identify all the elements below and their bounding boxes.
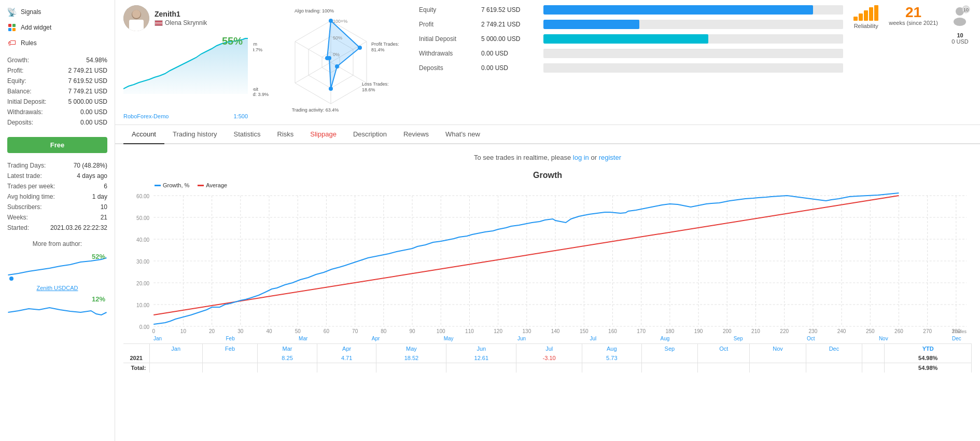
- svg-text:40: 40: [266, 328, 272, 334]
- rel-bar-3: [864, 10, 868, 21]
- tab-description[interactable]: Description: [345, 125, 395, 144]
- stat-value-balance: 7 749.21 USD: [68, 88, 107, 95]
- header-mar: Mar: [258, 344, 317, 354]
- realtime-text: To see trades in realtime, please: [474, 154, 573, 161]
- sidebar-item-add-widget[interactable]: Add widget: [0, 20, 115, 35]
- svg-text:170: 170: [637, 328, 646, 334]
- svg-text:140: 140: [551, 328, 560, 334]
- stat-bar-value-deposits: 0.00 USD: [481, 64, 543, 72]
- header-feb: Feb: [202, 344, 257, 354]
- profile-info: Zenith1 Olena Skrynnik: [155, 10, 207, 26]
- stat-value-started: 2021.03.26 22:22:32: [50, 224, 107, 231]
- tab-trading-history[interactable]: Trading history: [164, 125, 226, 144]
- stat-bar-withdrawals: Withdrawals 0.00 USD: [419, 49, 843, 58]
- svg-point-12: [329, 19, 333, 23]
- stat-label-initial: Initial Deposit:: [7, 98, 46, 105]
- date-apr: Apr: [372, 336, 380, 341]
- stat-bar-deposits: Deposits 0.00 USD: [419, 63, 843, 73]
- tab-whats-new[interactable]: What's new: [437, 125, 488, 144]
- stat-bar-label-profit: Profit: [419, 21, 481, 28]
- svg-point-17: [325, 56, 329, 60]
- month-2021-aug: 5.73: [582, 353, 642, 363]
- radar-label-algo: Algo trading: 100%: [295, 8, 334, 13]
- radar-label-loss: Loss Trades:: [362, 81, 389, 87]
- total-label: Total:: [123, 363, 149, 373]
- svg-text:240: 240: [837, 328, 846, 334]
- profile-username: Olena Skrynnik: [165, 19, 207, 26]
- svg-text:load: 3.9%: load: 3.9%: [253, 92, 269, 97]
- realtime-or: or: [591, 154, 598, 161]
- trades-label: Trades: [952, 329, 967, 334]
- svg-text:60.00: 60.00: [136, 194, 150, 199]
- stat-label-trades-per-week: Trades per week:: [7, 183, 55, 190]
- tab-risks[interactable]: Risks: [269, 125, 302, 144]
- tab-reviews[interactable]: Reviews: [395, 125, 437, 144]
- header-year: [123, 344, 149, 354]
- sidebar-item-signals[interactable]: 📡 Signals: [0, 4, 115, 20]
- stat-label-equity: Equity:: [7, 77, 26, 85]
- svg-text:160: 160: [608, 328, 617, 334]
- stat-row-profit: Profit: 2 749.21 USD: [7, 65, 107, 76]
- year-2021: 2021: [123, 353, 149, 363]
- register-link[interactable]: register: [599, 154, 621, 161]
- month-2021-nov: [750, 353, 806, 363]
- header-jan: Jan: [149, 344, 202, 354]
- monthly-header-row: Jan Feb Mar Apr May Jun Jul Aug Sep Oct …: [123, 344, 972, 354]
- sidebar-item-rules[interactable]: 🏷 Rules: [0, 35, 115, 51]
- date-may: May: [444, 336, 454, 341]
- mini-performance-chart: 55%: [123, 34, 248, 111]
- login-link[interactable]: log in: [573, 154, 589, 161]
- header-jul: Jul: [516, 344, 582, 354]
- stat-bar-track-profit: [543, 20, 843, 29]
- tab-account[interactable]: Account: [123, 125, 164, 144]
- stat-value-holding-time: 1 day: [92, 193, 107, 200]
- stat-value-trades-per-week: 6: [104, 183, 107, 190]
- stat-bar-track-equity: [543, 5, 843, 15]
- stat-bar-fill-equity: [543, 5, 813, 15]
- date-dec: Dec: [952, 336, 961, 341]
- svg-point-15: [329, 87, 333, 91]
- month-2021-apr: 4.71: [317, 353, 376, 363]
- ytd-2021: 54.98%: [885, 353, 972, 363]
- header-aug: Aug: [582, 344, 642, 354]
- month-2021-mar: 8.25: [258, 353, 317, 363]
- tab-slippage[interactable]: Slippage: [302, 125, 345, 144]
- tab-statistics[interactable]: Statistics: [225, 125, 269, 144]
- svg-text:150: 150: [580, 328, 589, 334]
- svg-text:10: 10: [180, 328, 187, 334]
- rel-bar-5: [874, 5, 878, 21]
- date-nov: Nov: [879, 336, 888, 341]
- more-from-author: More from author: 52% Zenith USDCAD 12%: [0, 235, 115, 333]
- stat-label-weeks: Weeks:: [7, 214, 28, 221]
- radar-label-profit: Profit Trades:: [371, 42, 399, 47]
- free-button[interactable]: Free: [7, 137, 107, 153]
- weeks-label: weeks (since 2021): [889, 20, 938, 26]
- svg-text:100: 100: [437, 328, 445, 334]
- header-empty: [862, 344, 885, 354]
- svg-text:210: 210: [751, 328, 760, 334]
- monthly-table: Jan Feb Mar Apr May Jun Jul Aug Sep Oct …: [123, 343, 972, 373]
- sidebar-stats: Growth: 54.98% Profit: 2 749.21 USD Equi…: [0, 51, 115, 132]
- date-oct: Oct: [807, 336, 815, 341]
- stat-value-equity: 7 619.52 USD: [68, 77, 107, 85]
- tabs-bar: Account Trading history Statistics Risks…: [115, 125, 980, 144]
- svg-text:200: 200: [723, 328, 732, 334]
- svg-text:18.6%: 18.6%: [362, 87, 375, 92]
- month-2021-feb: [202, 353, 257, 363]
- svg-text:120: 120: [494, 328, 502, 334]
- svg-text:50: 50: [295, 328, 301, 334]
- stat-row-balance: Balance: 7 749.21 USD: [7, 86, 107, 97]
- stat-label-deposits: Deposits:: [7, 119, 33, 126]
- svg-text:270: 270: [923, 328, 932, 334]
- stat-row-deposits: Deposits: 0.00 USD: [7, 117, 107, 128]
- sidebar: 📡 Signals Add widget 🏷 Rules Growth: 54.: [0, 0, 115, 441]
- svg-text:80: 80: [381, 328, 387, 334]
- legend-growth-dot: [155, 185, 161, 186]
- mini-chart-1-link[interactable]: Zenith USDCAD: [7, 285, 107, 291]
- avatar: [123, 5, 149, 31]
- header-jun: Jun: [446, 344, 516, 354]
- date-aug: Aug: [661, 336, 670, 341]
- header-apr: Apr: [317, 344, 376, 354]
- stat-bar-fill-initial: [543, 34, 708, 44]
- stat-row-withdrawals: Withdrawals: 0.00 USD: [7, 107, 107, 117]
